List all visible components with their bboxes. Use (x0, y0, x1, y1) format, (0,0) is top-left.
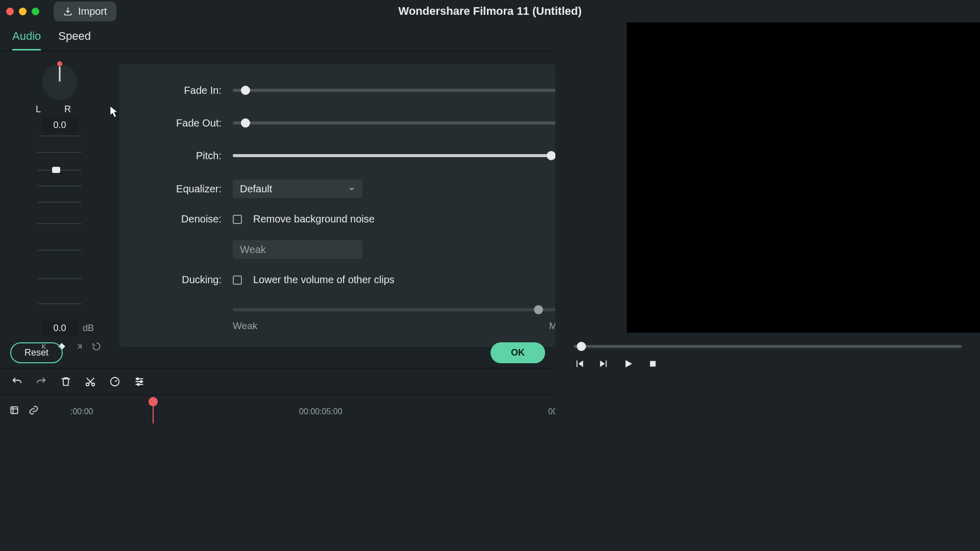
import-label: Import (78, 6, 107, 17)
marker-icon[interactable] (9, 405, 19, 415)
pan-right-label: R (64, 104, 71, 115)
link-icon[interactable] (29, 405, 39, 415)
play-icon[interactable] (623, 358, 634, 369)
speed-icon[interactable] (109, 376, 120, 387)
minimize-window-icon[interactable] (19, 8, 27, 15)
import-button[interactable]: Import (54, 2, 116, 21)
volume-db-field[interactable]: 0.0 (42, 320, 78, 336)
volume-slider-track[interactable] (38, 136, 82, 314)
import-icon (63, 6, 73, 16)
denoise-strength-select[interactable]: Weak (233, 240, 362, 259)
equalizer-label: Equalizer: (150, 183, 222, 195)
fade-in-label: Fade In: (150, 85, 222, 96)
title-bar: Import Wondershare Filmora 11 (Untitled) (0, 0, 980, 22)
app-title: Wondershare Filmora 11 (Untitled) (399, 5, 582, 18)
svg-point-0 (86, 383, 89, 386)
volume-slider-handle[interactable] (52, 167, 60, 173)
timeline-time-0: :00:00 (70, 407, 93, 416)
svg-point-4 (140, 381, 142, 383)
transport-controls (574, 358, 962, 369)
step-forward-icon[interactable] (598, 358, 609, 369)
tab-speed[interactable]: Speed (58, 30, 91, 51)
close-window-icon[interactable] (6, 8, 14, 15)
equalizer-value: Default (240, 183, 272, 195)
preview-progress-slider[interactable] (574, 345, 962, 348)
ducking-checkbox[interactable] (233, 276, 242, 285)
cut-icon[interactable] (85, 376, 96, 387)
filters-icon[interactable] (134, 376, 145, 387)
stop-icon[interactable] (647, 358, 658, 369)
step-back-icon[interactable] (574, 358, 585, 369)
timeline-time-5: 00:00:05:00 (299, 407, 342, 416)
panel-footer: Reset OK (0, 337, 555, 368)
preview-video (627, 22, 980, 333)
undo-icon[interactable] (11, 376, 22, 387)
denoise-label: Denoise: (150, 213, 222, 225)
ok-button[interactable]: OK (491, 342, 545, 363)
playhead[interactable] (149, 397, 158, 423)
maximize-window-icon[interactable] (32, 8, 39, 15)
svg-rect-7 (650, 361, 656, 367)
ducking-label: Ducking: (150, 274, 222, 286)
volume-db-unit: dB (83, 323, 94, 334)
svg-point-1 (92, 383, 95, 386)
ducking-checkbox-label: Lower the volume of other clips (253, 274, 395, 286)
svg-rect-6 (11, 407, 17, 413)
tab-audio[interactable]: Audio (12, 30, 41, 51)
fade-out-label: Fade Out: (150, 117, 222, 129)
redo-icon[interactable] (36, 376, 47, 387)
pan-knob[interactable] (42, 64, 78, 100)
preview-pane (555, 22, 980, 551)
volume-meter: 12 6 0 -6 -12 -18 -30 -40 -∞ 0 -5 -10 -1… (19, 136, 101, 314)
denoise-checkbox[interactable] (233, 215, 242, 224)
window-controls (6, 8, 39, 15)
delete-icon[interactable] (60, 376, 71, 387)
pitch-label: Pitch: (150, 150, 222, 162)
chevron-down-icon (348, 185, 355, 192)
pan-left-label: L (36, 104, 41, 115)
denoise-checkbox-label: Remove background noise (253, 213, 375, 225)
denoise-strength-value: Weak (240, 244, 266, 256)
svg-point-5 (137, 383, 139, 385)
svg-point-3 (137, 378, 139, 380)
equalizer-select[interactable]: Default (233, 180, 362, 198)
pan-value-field[interactable]: 0.0 (42, 117, 78, 133)
reset-button[interactable]: Reset (10, 342, 63, 363)
